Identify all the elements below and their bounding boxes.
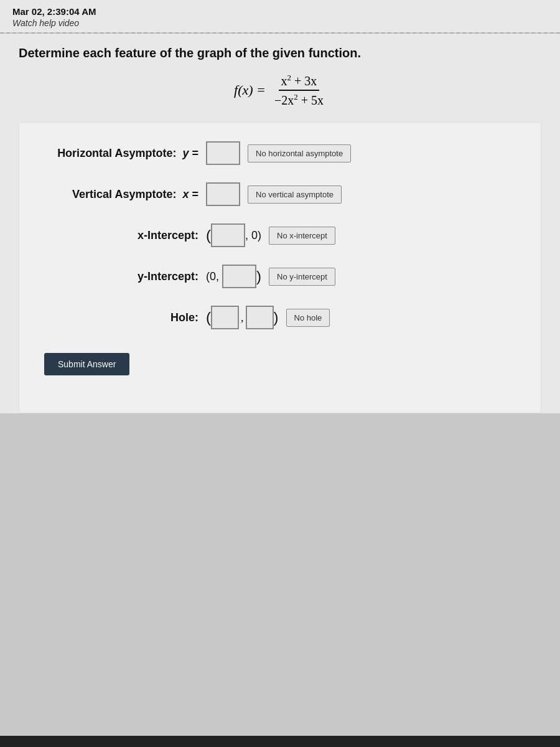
hole-x-input[interactable]	[211, 306, 239, 329]
vertical-asymptote-label: Vertical Asymptote: x =	[44, 188, 206, 201]
function-display: f(x) = x2 + 3x −2x2 + 5x	[19, 73, 541, 107]
horizontal-asymptote-input[interactable]	[206, 141, 240, 165]
watch-help-link[interactable]: Watch help video	[12, 18, 79, 28]
no-x-intercept-button[interactable]: No x-intercept	[269, 227, 335, 245]
timestamp: Mar 02, 2:39:04 AM	[12, 6, 548, 17]
y-intercept-label: y-Intercept:	[44, 270, 206, 283]
horizontal-asymptote-row: Horizontal Asymptote: y = No horizontal …	[44, 141, 516, 165]
x-intercept-row: x-Intercept: ( , 0) No x-intercept	[44, 223, 516, 247]
y-intercept-fixed-start: (0,	[206, 270, 222, 283]
no-horizontal-asymptote-button[interactable]: No horizontal asymptote	[248, 144, 351, 162]
hole-label: Hole:	[44, 311, 206, 324]
y-intercept-row: y-Intercept: (0, ) No y-intercept	[44, 265, 516, 288]
no-y-intercept-button[interactable]: No y-intercept	[269, 268, 335, 286]
numerator: x2 + 3x	[279, 73, 320, 91]
top-bar: Mar 02, 2:39:04 AM Watch help video	[0, 0, 560, 32]
x-intercept-label: x-Intercept:	[44, 229, 206, 242]
hole-close-paren: )	[274, 309, 279, 326]
y-intercept-input[interactable]	[222, 265, 256, 288]
hole-comma: ,	[241, 311, 244, 324]
no-vertical-asymptote-button[interactable]: No vertical asymptote	[248, 186, 342, 204]
x-intercept-input[interactable]	[211, 223, 245, 247]
vertical-asymptote-input[interactable]	[206, 182, 240, 206]
function-label: f(x) =	[234, 82, 266, 98]
question-title: Determine each feature of the graph of t…	[19, 46, 541, 60]
bottom-black-bar	[0, 736, 560, 747]
y-intercept-close-paren: )	[256, 268, 261, 285]
hole-open-paren: (	[206, 309, 211, 326]
hole-y-input[interactable]	[246, 306, 274, 329]
vertical-asymptote-row: Vertical Asymptote: x = No vertical asym…	[44, 182, 516, 206]
question-area: Determine each feature of the graph of t…	[0, 34, 560, 413]
function-fraction: x2 + 3x −2x2 + 5x	[272, 73, 326, 107]
answer-card: Horizontal Asymptote: y = No horizontal …	[19, 122, 541, 413]
x-intercept-open-paren: (	[206, 227, 211, 244]
submit-button[interactable]: Submit Answer	[44, 353, 129, 375]
no-hole-button[interactable]: No hole	[286, 309, 330, 327]
hole-row: Hole: ( , ) No hole	[44, 306, 516, 329]
bottom-area	[0, 413, 560, 747]
denominator: −2x2 + 5x	[272, 91, 326, 108]
horizontal-asymptote-label: Horizontal Asymptote: y =	[44, 147, 206, 160]
x-intercept-fixed: , 0)	[245, 229, 261, 242]
